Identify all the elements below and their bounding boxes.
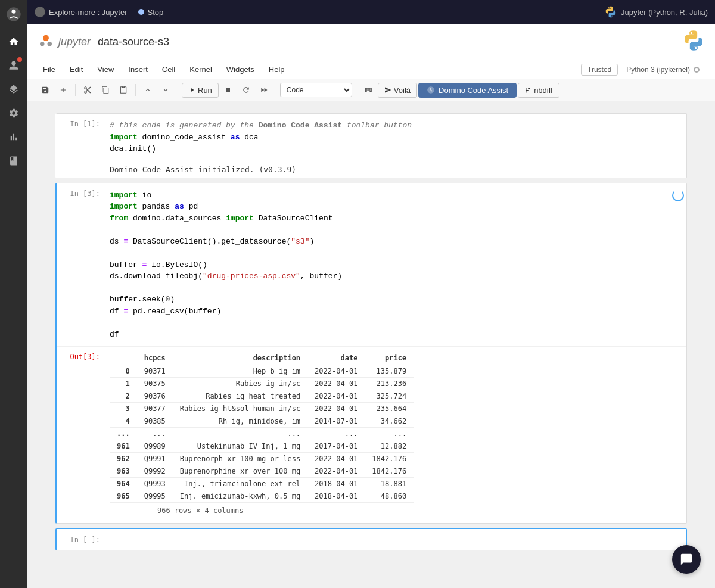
cell-2-prompt: In [3]: — [57, 183, 105, 204]
menu-edit[interactable]: Edit — [64, 63, 89, 76]
topbar-title-text: Explore-more : Jupyter — [49, 8, 128, 17]
cell-1-output-text: Domino Code Assist initialized. (v0.3.9) — [105, 161, 301, 178]
dataframe-table: hcpcs description date price 090371Hep b… — [110, 351, 414, 503]
cell-type-select[interactable]: Code Markdown Raw NBConvert — [280, 83, 352, 97]
voila-label: Voilà — [394, 86, 411, 95]
sidebar-logo[interactable] — [4, 5, 23, 24]
toolbar-sep-1 — [75, 84, 76, 96]
df-table-wrapper: hcpcs description date price 090371Hep b… — [105, 347, 418, 523]
run-button[interactable]: Run — [182, 83, 219, 98]
cell-1-output: Domino Code Assist initialized. (v0.3.9) — [57, 161, 686, 178]
table-row: ............... — [110, 428, 414, 440]
svg-point-5 — [44, 36, 48, 40]
voila-button[interactable]: Voilà — [378, 83, 417, 98]
kernel-info: Python 3 (ipykernel) — [620, 66, 705, 74]
menu-cell[interactable]: Cell — [156, 63, 181, 76]
table-row: 190375Rabies ig im/sc2022-04-01213.236 — [110, 378, 414, 390]
sidebar — [0, 0, 27, 588]
table-row: 963Q9992Buprenorphine xr over 100 mg2022… — [110, 465, 414, 478]
chat-icon — [680, 553, 693, 566]
cell-2-output: Out[3]: hcpcs description date pric — [57, 346, 686, 523]
sidebar-item-home[interactable] — [3, 31, 24, 52]
sidebar-item-chart[interactable] — [3, 126, 24, 148]
copy-button[interactable] — [97, 82, 114, 98]
stop-label: Stop — [148, 8, 164, 17]
menu-help[interactable]: Help — [263, 63, 291, 76]
move-up-button[interactable] — [139, 82, 156, 98]
nbdiff-button[interactable]: nbdiff — [518, 83, 559, 98]
menu-insert[interactable]: Insert — [122, 63, 154, 76]
kernel-status-circle — [694, 67, 700, 73]
spin-icon — [672, 189, 684, 201]
table-row: 290376Rabies ig heat treated2022-04-0132… — [110, 390, 414, 403]
cut-button[interactable] — [79, 82, 96, 98]
restart-run-button[interactable] — [256, 82, 272, 98]
main-content: Explore-more : Jupyter Stop Jupyter (Pyt… — [27, 0, 715, 588]
table-row: 964Q9993Inj., triamcinolone ext rel2018-… — [110, 478, 414, 490]
keyboard-shortcuts-button[interactable] — [360, 82, 377, 98]
cell-1-prompt: In [1]: — [57, 114, 105, 134]
cell-2-run-icon — [670, 183, 686, 207]
topbar-right: Jupyter (Python, R, Julia) — [604, 5, 708, 18]
move-down-button[interactable] — [157, 82, 174, 98]
nbdiff-label: nbdiff — [534, 86, 553, 95]
jupyter-logo-icon — [37, 33, 55, 51]
trusted-badge: Trusted — [581, 64, 618, 76]
topbar-title: Explore-more : Jupyter — [35, 7, 128, 17]
chat-bubble[interactable] — [672, 545, 701, 574]
domino-icon — [35, 7, 45, 17]
cell-1-output-row: Domino Code Assist initialized. (v0.3.9) — [57, 161, 686, 178]
sidebar-item-book[interactable] — [3, 150, 24, 172]
df-footer: 966 rows × 4 columns — [110, 503, 414, 518]
col-index — [110, 351, 137, 365]
sidebar-item-layers[interactable] — [3, 79, 24, 100]
stop-button[interactable]: Stop — [132, 5, 170, 19]
table-row: 090371Hep b ig im2022-04-01135.879 — [110, 365, 414, 378]
cell-2-out-prompt: Out[3]: — [57, 347, 105, 367]
python-logo-icon — [682, 29, 705, 52]
empty-cell-prompt: In [ ]: — [57, 530, 105, 550]
cell-1-input: In [1]: # this code is generated by the … — [57, 114, 686, 161]
col-hcpcs: hcpcs — [137, 351, 173, 365]
cell-container: In [1]: # this code is generated by the … — [43, 113, 699, 550]
toolbar-sep-5 — [356, 84, 356, 96]
sidebar-item-user[interactable] — [3, 55, 24, 76]
cell-1[interactable]: In [1]: # this code is generated by the … — [55, 113, 687, 178]
cell-2-code[interactable]: import io import pandas as pd from domin… — [105, 183, 670, 347]
run-label: Run — [198, 86, 212, 95]
python-icon — [604, 5, 617, 18]
assist-label: Domino Code Assist — [439, 86, 508, 95]
topbar: Explore-more : Jupyter Stop Jupyter (Pyt… — [27, 0, 715, 24]
col-description: description — [173, 351, 307, 365]
svg-point-1 — [12, 10, 16, 14]
jupyter-header: jupyter data-source-s3 — [27, 24, 715, 60]
add-cell-button[interactable] — [55, 82, 72, 98]
menu-bar: File Edit View Insert Cell Kernel Widget… — [27, 60, 715, 79]
menu-widgets[interactable]: Widgets — [220, 63, 260, 76]
menu-kernel[interactable]: Kernel — [184, 63, 218, 76]
svg-point-0 — [7, 7, 20, 21]
interrupt-button[interactable] — [220, 82, 237, 98]
paste-button[interactable] — [115, 82, 132, 98]
menu-file[interactable]: File — [37, 63, 61, 76]
cell-1-code[interactable]: # this code is generated by the Domino C… — [105, 114, 686, 161]
restart-button[interactable] — [238, 82, 254, 98]
menu-view[interactable]: View — [91, 63, 120, 76]
empty-cell-code[interactable] — [105, 529, 686, 550]
col-date: date — [307, 351, 365, 365]
toolbar-sep-3 — [178, 84, 178, 96]
header-right — [682, 29, 705, 55]
col-price: price — [365, 351, 414, 365]
sidebar-item-gear[interactable] — [3, 102, 24, 124]
save-button[interactable] — [37, 82, 54, 98]
empty-cell[interactable]: In [ ]: — [55, 528, 687, 550]
toolbar-sep-4 — [276, 84, 276, 96]
toolbar: Run Code Markdown Raw NBConvert Voilà — [27, 79, 715, 101]
cell-2-input: In [3]: import io import pandas as pd fr… — [57, 183, 686, 347]
domino-assist-button[interactable]: Domino Code Assist — [418, 83, 517, 98]
table-row: 390377Rabies ig ht&sol human im/sc2022-0… — [110, 403, 414, 415]
notebook-area[interactable]: In [1]: # this code is generated by the … — [27, 101, 715, 588]
cell-2[interactable]: In [3]: import io import pandas as pd fr… — [55, 183, 687, 524]
svg-point-3 — [40, 42, 45, 46]
notebook-title[interactable]: data-source-s3 — [98, 36, 169, 48]
